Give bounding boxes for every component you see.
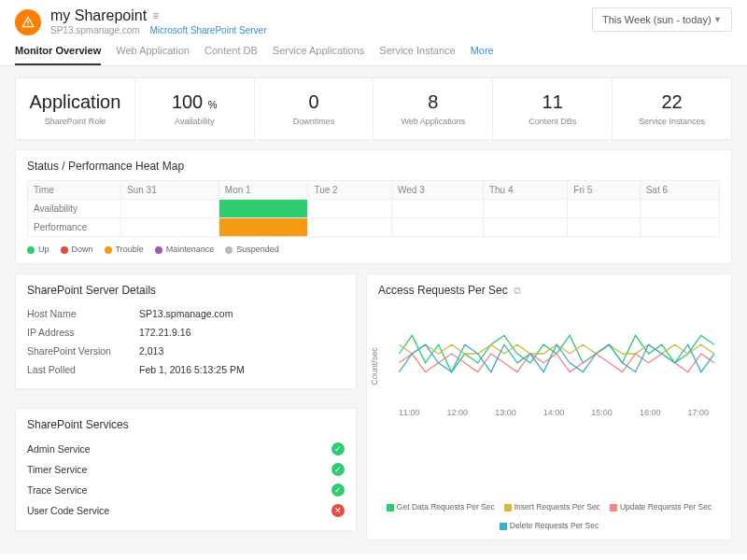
kpi-value: Application (20, 91, 131, 113)
dot-down-icon (61, 246, 68, 254)
kpi-role: Application SharePoint Role (16, 78, 135, 139)
heatmap-card: Status / Performance Heat Map Time Sun 3… (15, 149, 732, 264)
service-row: Admin Service✓ (27, 439, 345, 459)
chart-xaxis: 11:0012:0013:0014:0015:0016:0017:00 (378, 408, 720, 417)
dot-trouble-icon (105, 246, 112, 254)
heatmap-row-availability: Availability (28, 200, 720, 218)
host-label: SP13.spmanage.com (50, 25, 140, 35)
heatmap-title: Status / Performance Heat Map (27, 160, 720, 173)
time-range-select[interactable]: This Week (sun - today) ▼ (592, 7, 732, 32)
details-card: SharePoint Server Details Host NameSP13.… (15, 273, 357, 389)
services-card: SharePoint Services Admin Service✓ Timer… (15, 408, 357, 531)
tab-web-application[interactable]: Web Application (116, 45, 190, 65)
detail-row: SharePoint Version2,013 (27, 342, 345, 360)
heatmap-legend: Up Down Trouble Maintenance Suspended (27, 245, 720, 254)
dot-maintenance-icon (155, 246, 162, 254)
chevron-down-icon: ▼ (713, 15, 722, 24)
tab-service-applications[interactable]: Service Applications (273, 45, 364, 65)
tabs: Monitor Overview Web Application Content… (0, 35, 747, 66)
chart-title: Access Requests Per Sec (378, 284, 508, 297)
svg-rect-1 (27, 24, 28, 25)
time-range-label: This Week (sun - today) (602, 14, 712, 25)
dot-up-icon (27, 246, 35, 254)
chart-legend: Get Data Requests Per Sec Insert Request… (378, 502, 720, 530)
service-row: Timer Service✓ (27, 459, 345, 480)
heatmap-row-performance: Performance (28, 218, 720, 237)
detail-row: IP Address172.21.9.16 (27, 323, 345, 342)
tab-more[interactable]: More (471, 45, 494, 65)
legend-sq-icon (504, 504, 512, 511)
kpi-webapps: 8 Web Applications (374, 78, 493, 139)
kpi-card: Application SharePoint Role 100 % Availa… (15, 77, 732, 140)
svg-rect-0 (27, 21, 28, 24)
status-up-icon: ✓ (331, 442, 345, 455)
tab-service-instance[interactable]: Service Instance (379, 45, 455, 65)
kpi-label: SharePoint Role (20, 117, 131, 126)
service-row: Trace Service✓ (27, 480, 345, 500)
kpi-downtimes: 0 Downtimes (255, 78, 374, 139)
kpi-contentdbs: 11 Content DBs (493, 78, 613, 139)
chart-card: Access Requests Per Sec ⧉ Count/sec 11:0… (366, 273, 732, 540)
product-link[interactable]: Microsoft SharePoint Server (149, 25, 266, 35)
kpi-availability: 100 % Availability (135, 78, 255, 139)
services-title: SharePoint Services (27, 418, 345, 431)
hamburger-icon[interactable]: ≡ (152, 9, 159, 22)
detail-row: Host NameSP13.spmanage.com (27, 304, 345, 323)
detail-row: Last PolledFeb 1, 2016 5:13:25 PM (27, 360, 345, 379)
legend-sq-icon (387, 504, 394, 511)
kpi-service-instances: 22 Service Instances (613, 78, 731, 139)
heatmap-cell-up (218, 200, 308, 218)
details-title: SharePoint Server Details (27, 284, 345, 297)
dot-suspended-icon (225, 246, 233, 254)
status-up-icon: ✓ (331, 463, 345, 476)
chart-ylabel: Count/sec (370, 347, 379, 385)
tab-content-db[interactable]: Content DB (204, 45, 258, 65)
status-up-icon: ✓ (331, 483, 345, 497)
app-icon (15, 9, 41, 35)
heatmap-table: Time Sun 31 Mon 1 Tue 2 Wed 3 Thu 4 Fri … (27, 180, 720, 237)
tab-monitor-overview[interactable]: Monitor Overview (15, 45, 101, 65)
service-row: User Code Service✕ (27, 500, 345, 521)
status-down-icon: ✕ (331, 504, 345, 517)
external-link-icon[interactable]: ⧉ (514, 285, 521, 297)
legend-sq-icon (610, 504, 617, 511)
legend-sq-icon (500, 523, 507, 530)
page-title: my Sharepoint (50, 7, 147, 24)
chart-plot (378, 302, 720, 405)
heatmap-cell-trouble (218, 218, 308, 237)
